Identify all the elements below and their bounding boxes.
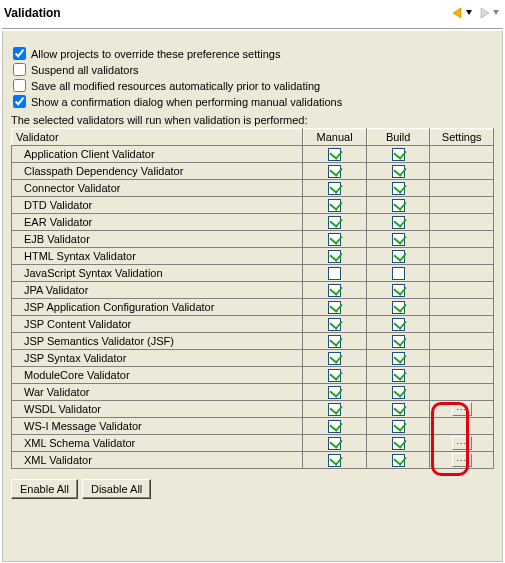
build-checkbox[interactable] [392, 267, 405, 280]
table-row[interactable]: JPA Validator [12, 282, 494, 299]
build-checkbox[interactable] [392, 318, 405, 331]
table-row[interactable]: Connector Validator [12, 180, 494, 197]
table-row[interactable]: WS-I Message Validator [12, 418, 494, 435]
table-row[interactable]: ModuleCore Validator [12, 367, 494, 384]
manual-checkbox[interactable] [328, 301, 341, 314]
manual-cell [303, 384, 367, 401]
confirm-dialog-checkbox[interactable] [13, 95, 26, 108]
build-checkbox[interactable] [392, 233, 405, 246]
build-cell [366, 197, 430, 214]
build-checkbox[interactable] [392, 369, 405, 382]
settings-cell [430, 316, 494, 333]
allow-override-checkbox[interactable] [13, 47, 26, 60]
table-row[interactable]: DTD Validator [12, 197, 494, 214]
table-row[interactable]: JSP Syntax Validator [12, 350, 494, 367]
manual-cell [303, 163, 367, 180]
col-header-validator[interactable]: Validator [12, 129, 303, 146]
table-row[interactable]: War Validator [12, 384, 494, 401]
build-checkbox[interactable] [392, 386, 405, 399]
validator-name-cell: Classpath Dependency Validator [12, 163, 303, 180]
validator-name-cell: EJB Validator [12, 231, 303, 248]
suspend-checkbox[interactable] [13, 63, 26, 76]
table-row[interactable]: XML Schema Validator... [12, 435, 494, 452]
settings-cell [430, 180, 494, 197]
build-checkbox[interactable] [392, 284, 405, 297]
option-save-modified: Save all modified resources automaticall… [11, 79, 494, 92]
manual-checkbox[interactable] [328, 199, 341, 212]
col-header-build[interactable]: Build [366, 129, 430, 146]
manual-checkbox[interactable] [328, 335, 341, 348]
build-checkbox[interactable] [392, 199, 405, 212]
manual-cell [303, 265, 367, 282]
table-row[interactable]: WSDL Validator... [12, 401, 494, 418]
manual-cell [303, 350, 367, 367]
table-row[interactable]: Classpath Dependency Validator [12, 163, 494, 180]
col-header-manual[interactable]: Manual [303, 129, 367, 146]
validator-name-cell: Application Client Validator [12, 146, 303, 163]
table-row[interactable]: JavaScript Syntax Validation [12, 265, 494, 282]
manual-checkbox[interactable] [328, 233, 341, 246]
table-row[interactable]: JSP Application Configuration Validator [12, 299, 494, 316]
settings-cell [430, 163, 494, 180]
manual-checkbox[interactable] [328, 369, 341, 382]
manual-checkbox[interactable] [328, 267, 341, 280]
table-row[interactable]: EJB Validator [12, 231, 494, 248]
manual-checkbox[interactable] [328, 165, 341, 178]
confirm-dialog-label[interactable]: Show a confirmation dialog when performi… [31, 96, 342, 108]
settings-cell: ... [430, 435, 494, 452]
manual-checkbox[interactable] [328, 250, 341, 263]
manual-checkbox[interactable] [328, 216, 341, 229]
settings-button[interactable]: ... [452, 436, 472, 450]
enable-all-button[interactable]: Enable All [11, 479, 78, 499]
build-checkbox[interactable] [392, 437, 405, 450]
manual-checkbox[interactable] [328, 454, 341, 467]
disable-all-button[interactable]: Disable All [82, 479, 151, 499]
table-description: The selected validators will run when va… [11, 114, 494, 126]
build-cell [366, 180, 430, 197]
build-checkbox[interactable] [392, 454, 405, 467]
build-checkbox[interactable] [392, 420, 405, 433]
build-checkbox[interactable] [392, 148, 405, 161]
build-checkbox[interactable] [392, 403, 405, 416]
table-row[interactable]: Application Client Validator [12, 146, 494, 163]
build-checkbox[interactable] [392, 301, 405, 314]
build-checkbox[interactable] [392, 182, 405, 195]
forward-button[interactable] [476, 5, 501, 21]
table-row[interactable]: JSP Semantics Validator (JSF) [12, 333, 494, 350]
build-cell [366, 248, 430, 265]
button-row: Enable All Disable All [11, 479, 494, 499]
build-checkbox[interactable] [392, 250, 405, 263]
save-modified-checkbox[interactable] [13, 79, 26, 92]
settings-cell [430, 231, 494, 248]
manual-checkbox[interactable] [328, 318, 341, 331]
table-row[interactable]: JSP Content Validator [12, 316, 494, 333]
settings-button[interactable]: ... [452, 402, 472, 416]
build-checkbox[interactable] [392, 352, 405, 365]
allow-override-label[interactable]: Allow projects to override these prefere… [31, 48, 280, 60]
table-row[interactable]: HTML Syntax Validator [12, 248, 494, 265]
settings-cell: ... [430, 452, 494, 469]
manual-checkbox[interactable] [328, 148, 341, 161]
manual-checkbox[interactable] [328, 182, 341, 195]
col-header-settings[interactable]: Settings [430, 129, 494, 146]
save-modified-label[interactable]: Save all modified resources automaticall… [31, 80, 320, 92]
table-row[interactable]: EAR Validator [12, 214, 494, 231]
manual-checkbox[interactable] [328, 437, 341, 450]
build-checkbox[interactable] [392, 216, 405, 229]
suspend-label[interactable]: Suspend all validators [31, 64, 139, 76]
validator-name-cell: JSP Semantics Validator (JSF) [12, 333, 303, 350]
validator-name-cell: ModuleCore Validator [12, 367, 303, 384]
validators-table: Validator Manual Build Settings Applicat… [11, 128, 494, 469]
build-checkbox[interactable] [392, 335, 405, 348]
manual-checkbox[interactable] [328, 284, 341, 297]
build-cell [366, 418, 430, 435]
manual-checkbox[interactable] [328, 352, 341, 365]
table-row[interactable]: XML Validator... [12, 452, 494, 469]
settings-button[interactable]: ... [452, 453, 472, 467]
manual-checkbox[interactable] [328, 386, 341, 399]
build-checkbox[interactable] [392, 165, 405, 178]
manual-checkbox[interactable] [328, 403, 341, 416]
build-cell [366, 435, 430, 452]
back-button[interactable] [449, 5, 474, 21]
manual-checkbox[interactable] [328, 420, 341, 433]
